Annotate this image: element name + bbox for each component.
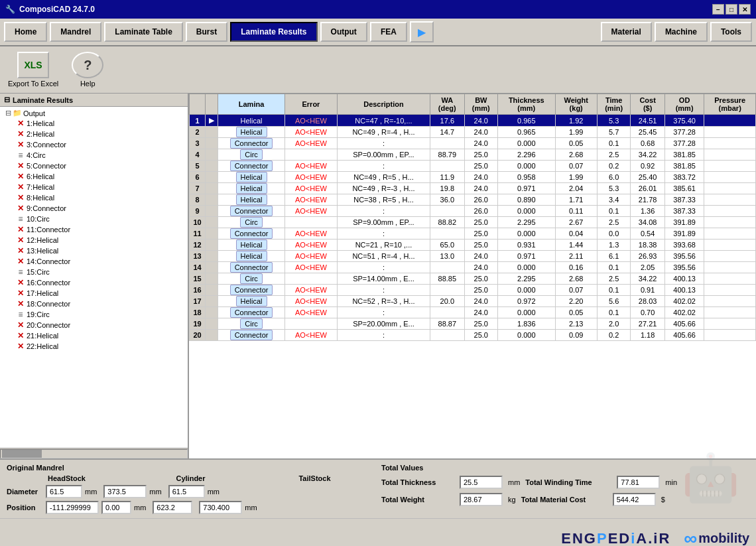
tailstock-diameter-input[interactable] (168, 485, 205, 498)
totals-title: Total Values (381, 464, 749, 472)
row-pressure (704, 149, 756, 161)
tree-item-21[interactable]: ✕21:Helical (13, 330, 185, 341)
row-lamina: Connector (218, 138, 285, 149)
tree-item-8[interactable]: ✕8:Helical (13, 192, 185, 203)
op-mobility-logo: ∞mobility (684, 528, 749, 547)
row-lamina: Connector (218, 206, 285, 217)
row-weight: 0.07 (555, 285, 597, 296)
table-row[interactable]: 5ConnectorAO<HEW:25.00.0000.070.20.92381… (190, 161, 756, 172)
tree-item-11[interactable]: ✕11:Connector (13, 224, 185, 235)
nav-home[interactable]: Home (4, 22, 47, 42)
table-row[interactable]: 1▶HelicalAO<HEWNC=47 , R=-10,...17.624.0… (190, 115, 756, 127)
row-cost: 24.51 (631, 115, 664, 127)
tree-item-15[interactable]: ≡15:Circ (13, 267, 185, 277)
tree-item-17[interactable]: ✕17:Helical (13, 288, 185, 299)
cylinder-position-input[interactable] (153, 501, 192, 514)
row-thickness: 2.296 (498, 149, 555, 161)
tree-item-6[interactable]: ✕6:Helical (13, 171, 185, 182)
row-pressure (704, 318, 756, 330)
row-lamina: Circ (218, 217, 285, 228)
tree-item-22[interactable]: ✕22:Helical (13, 341, 185, 352)
tree-item-label: 9:Connector (27, 204, 66, 212)
table-row[interactable]: 11ConnectorAO<HEW:25.00.0000.040.00.5439… (190, 228, 756, 239)
nav-output[interactable]: Output (320, 22, 367, 42)
nav-laminate-results[interactable]: Laminate Results (230, 22, 317, 42)
nav-laminate-table[interactable]: Laminate Table (104, 22, 182, 42)
tree-item-9[interactable]: ✕9:Connector (13, 203, 185, 214)
tree-scrollbar-h[interactable] (0, 448, 188, 458)
tree-item-3[interactable]: ✕3:Connector (13, 139, 185, 150)
tree-item-13[interactable]: ✕13:Helical (13, 245, 185, 256)
table-row[interactable]: 16ConnectorAO<HEW:25.00.0000.070.10.9140… (190, 285, 756, 296)
export-excel-button[interactable]: XLS Export To Excel (8, 52, 58, 88)
tree-item-1[interactable]: ✕1:Helical (13, 118, 185, 129)
cylinder-diameter-input[interactable] (103, 485, 147, 498)
row-arrow: ▶ (206, 115, 218, 127)
row-arrow (206, 206, 218, 217)
row-weight: 2.68 (555, 149, 597, 161)
nav-material[interactable]: Material (601, 22, 652, 42)
table-row[interactable]: 8HelicalAO<HEWNC=38 , R=5 , H...36.026.0… (190, 194, 756, 206)
nav-machine[interactable]: Machine (655, 22, 708, 42)
tree-item-18[interactable]: ✕18:Connector (13, 299, 185, 309)
row-number: 19 (190, 318, 206, 330)
nav-burst[interactable]: Burst (186, 22, 227, 42)
row-lamina: Helical (218, 183, 285, 194)
tree-collapse-icon[interactable]: ⊟ (4, 96, 10, 104)
table-row[interactable]: 18ConnectorAO<HEW:24.00.0000.050.10.7040… (190, 307, 756, 318)
table-container[interactable]: Lamina Error Description WA(deg) BW(mm) … (189, 94, 756, 458)
tree-item-5[interactable]: ✕5:Connector (13, 161, 185, 171)
tree-item-16[interactable]: ✕16:Connector (13, 277, 185, 288)
tree-item-19[interactable]: ≡19:Circ (13, 309, 185, 320)
table-row[interactable]: 17HelicalAO<HEWNC=52 , R=-3 , H...20.024… (190, 296, 756, 307)
total-thickness-value[interactable] (460, 476, 503, 489)
tree-item-4[interactable]: ≡4:Circ (13, 150, 185, 161)
tree-item-output[interactable]: ⊟ 📁 Output (3, 108, 185, 118)
total-weight-value[interactable] (460, 493, 503, 506)
app-icon: 🔧 (5, 5, 15, 14)
headstock-position1-input[interactable] (46, 501, 99, 514)
minimize-button[interactable]: − (712, 4, 724, 15)
table-row[interactable]: 19CircSP=20.00mm , E...88.8725.01.8362.1… (190, 318, 756, 330)
tree-item-10[interactable]: ≡10:Circ (13, 214, 185, 224)
close-button[interactable]: ✕ (739, 4, 751, 15)
table-row[interactable]: 14ConnectorAO<HEW:24.00.0000.160.12.0539… (190, 262, 756, 273)
nav-fea[interactable]: FEA (370, 22, 407, 42)
row-time: 3.4 (597, 194, 631, 206)
table-row[interactable]: 12HelicalAO<HEWNC=21 , R=10 ,...65.025.0… (190, 239, 756, 251)
table-row[interactable]: 15CircSP=14.00mm , E...88.8525.02.2952.6… (190, 273, 756, 285)
nav-tools[interactable]: Tools (710, 22, 752, 42)
tree-body[interactable]: ⊟ 📁 Output ✕1:Helical✕2:Helical✕3:Connec… (0, 107, 188, 448)
table-row[interactable]: 4CircSP=0.00mm , EP...88.7925.02.2962.68… (190, 149, 756, 161)
play-button[interactable]: ▶ (410, 21, 434, 42)
help-button[interactable]: ? Help (72, 52, 103, 88)
headstock-diameter-input[interactable] (46, 485, 82, 498)
tree-item-2[interactable]: ✕2:Helical (13, 129, 185, 139)
col-header-cost: Cost($) (631, 94, 664, 115)
tree-item-20[interactable]: ✕20:Connector (13, 320, 185, 330)
row-od: 395.56 (664, 262, 704, 273)
table-row[interactable]: 13HelicalAO<HEWNC=51 , R=-4 , H...13.024… (190, 251, 756, 262)
table-row[interactable]: 2HelicalAO<HEWNC=49 , R=-4 , H...14.724.… (190, 127, 756, 138)
row-weight: 0.11 (555, 206, 597, 217)
col-header-wa: WA(deg) (430, 94, 464, 115)
tree-item-7[interactable]: ✕7:Helical (13, 182, 185, 192)
row-weight: 1.44 (555, 239, 597, 251)
tailstock-position-input[interactable] (199, 501, 242, 514)
table-row[interactable]: 3ConnectorAO<HEW:24.00.0000.050.10.68377… (190, 138, 756, 149)
total-winding-time-value[interactable] (617, 476, 660, 489)
headstock-position2-input[interactable] (101, 501, 131, 514)
table-row[interactable]: 10CircSP=9.00mm , EP...88.8225.02.2952.6… (190, 217, 756, 228)
total-material-cost-value[interactable] (613, 493, 656, 506)
table-row[interactable]: 7HelicalAO<HEWNC=49 , R=-3 , H...19.824.… (190, 183, 756, 194)
nav-mandrel[interactable]: Mandrel (50, 22, 101, 42)
table-row[interactable]: 20ConnectorAO<HEW:25.00.0000.090.21.1840… (190, 330, 756, 341)
tree-title: Laminate Results (13, 96, 73, 104)
row-lamina: Circ (218, 318, 285, 330)
tree-item-14[interactable]: ✕14:Connector (13, 256, 185, 267)
maximize-button[interactable]: □ (725, 4, 737, 15)
tree-item-12[interactable]: ✕12:Helical (13, 235, 185, 245)
table-row[interactable]: 6HelicalAO<HEWNC=49 , R=5 , H...11.924.0… (190, 172, 756, 183)
table-row[interactable]: 9ConnectorAO<HEW:26.00.0000.110.11.36387… (190, 206, 756, 217)
row-thickness: 0.958 (498, 172, 555, 183)
